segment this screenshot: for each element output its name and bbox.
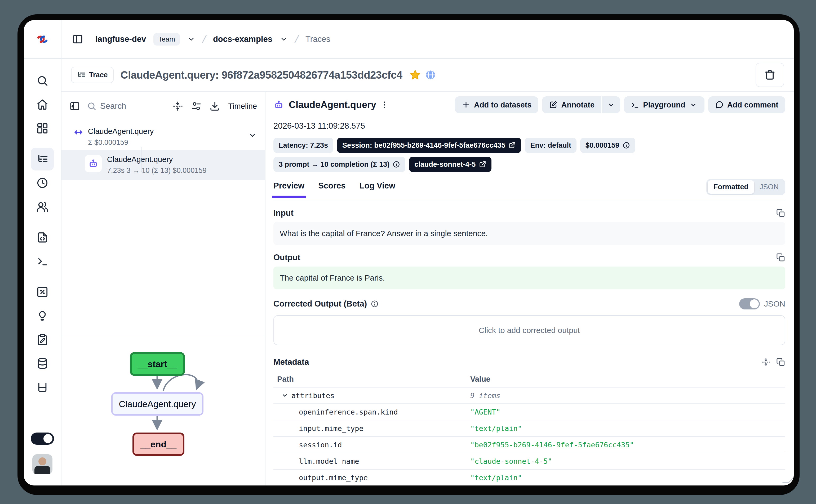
collapse-all-icon[interactable] — [761, 358, 770, 367]
input-label: Input — [274, 208, 294, 218]
graph-node-end[interactable]: __end__ — [132, 433, 184, 456]
timeline-toggle-label[interactable]: Timeline — [228, 102, 257, 111]
tab-log-view[interactable]: Log View — [360, 181, 396, 198]
org-name[interactable]: langfuse-dev — [95, 34, 146, 44]
trace-tree-panel: Timeline ClaudeAgent.query Σ $0.000159 — [61, 92, 266, 485]
plus-icon — [462, 101, 470, 109]
annotate-dropdown-button[interactable] — [602, 96, 620, 113]
graph-node-agent[interactable]: ClaudeAgent.query — [111, 392, 203, 416]
annotate-split-button: Annotate — [542, 96, 620, 113]
sessions-clock-icon[interactable] — [31, 172, 54, 194]
download-icon[interactable] — [210, 101, 220, 111]
json-option[interactable]: JSON — [754, 180, 784, 194]
breadcrumb-project[interactable]: docs-examples — [213, 34, 272, 44]
app-logo[interactable] — [24, 20, 61, 59]
collapse-chevron-down-icon[interactable] — [248, 131, 257, 140]
graph-node-start[interactable]: __start__ — [130, 352, 185, 376]
breadcrumb-section[interactable]: Traces — [306, 34, 330, 44]
playground-terminal-icon[interactable] — [31, 250, 54, 273]
value-column-header: Value — [470, 375, 490, 384]
metadata-label: Metadata — [274, 357, 309, 367]
observation-metrics: 7.23s 3 → 10 (Σ 13) $0.000159 — [107, 166, 207, 175]
dark-mode-toggle[interactable] — [31, 433, 54, 445]
dashboard-icon[interactable] — [31, 117, 54, 140]
output-content: The capital of France is Paris. — [274, 267, 785, 289]
display-settings-icon[interactable] — [191, 101, 201, 111]
search-nav-icon[interactable] — [31, 69, 54, 92]
copy-input-icon[interactable] — [776, 209, 785, 218]
search-input[interactable] — [100, 101, 156, 111]
input-section-header: Input — [274, 208, 785, 218]
sidebar-bottom — [24, 433, 61, 485]
prompts-file-icon[interactable] — [31, 226, 54, 249]
session-badge[interactable]: Session: be02f955-b269-4146-9fef-5fae676… — [337, 138, 521, 153]
breadcrumb-divider: / — [201, 33, 207, 45]
copy-metadata-icon[interactable] — [776, 358, 785, 367]
tree-row-trace[interactable]: ClaudeAgent.query Σ $0.000159 — [61, 121, 265, 150]
team-badge: Team — [153, 33, 180, 46]
collapse-panel-icon[interactable] — [69, 101, 80, 111]
agent-robot-icon — [85, 155, 102, 172]
storage-container-icon[interactable] — [31, 376, 54, 399]
token-usage-badge[interactable]: 3 prompt → 10 completion (Σ 13) — [274, 157, 405, 172]
delete-trace-button[interactable] — [756, 63, 784, 87]
traces-icon[interactable] — [31, 148, 54, 170]
metadata-row: llm.model_name "claude-sonnet-4-5" — [274, 453, 785, 469]
corrected-output-label: Corrected Output (Beta) — [274, 299, 367, 309]
tree-guide-line — [141, 147, 149, 173]
external-link-icon — [508, 142, 516, 149]
breadcrumb-divider: / — [294, 33, 299, 45]
tab-scores[interactable]: Scores — [318, 181, 346, 198]
public-globe-icon[interactable] — [425, 69, 436, 81]
tree-row-observation-selected[interactable]: ClaudeAgent.query 7.23s 3 → 10 (Σ 13) $0… — [61, 150, 265, 180]
trash-icon — [764, 69, 775, 80]
corrected-json-toggle[interactable] — [739, 298, 760, 309]
project-chevron-down-icon[interactable] — [280, 35, 288, 43]
evaluators-icon[interactable] — [31, 281, 54, 303]
cost-badge[interactable]: $0.000159 — [580, 138, 635, 153]
corrected-json-label: JSON — [764, 299, 785, 308]
corrected-output-placeholder[interactable]: Click to add corrected output — [274, 315, 785, 345]
more-options-icon[interactable] — [380, 100, 389, 109]
chevron-down-icon — [281, 392, 288, 399]
corrected-output-header: Corrected Output (Beta) JSON — [274, 298, 785, 309]
info-icon[interactable] — [371, 300, 379, 308]
copy-output-icon[interactable] — [776, 253, 785, 262]
playground-button[interactable]: Playground — [624, 96, 705, 113]
add-to-datasets-button[interactable]: Add to datasets — [455, 96, 539, 113]
user-avatar[interactable] — [32, 454, 52, 474]
action-buttons: Add to datasets Annotate — [455, 96, 785, 113]
metadata-row: session.id "be02f955-b269-4146-9fef-5fae… — [274, 436, 785, 453]
observation-name: ClaudeAgent.query — [289, 99, 376, 110]
observation-title: ClaudeAgent.query — [107, 155, 207, 164]
terminal-icon — [631, 101, 639, 109]
model-badge[interactable]: claude-sonnet-4-5 — [409, 157, 491, 172]
path-column-header: Path — [274, 375, 470, 384]
datasets-database-icon[interactable] — [31, 352, 54, 375]
external-link-icon — [479, 161, 486, 168]
app-window: langfuse-dev Team / docs-examples / Trac… — [24, 20, 794, 485]
tab-preview[interactable]: Preview — [274, 181, 304, 198]
trace-type-badge: Trace — [71, 67, 114, 83]
collapse-all-icon[interactable] — [172, 101, 183, 111]
metadata-table-header: Path Value — [274, 371, 785, 387]
home-icon[interactable] — [31, 93, 54, 116]
detail-header: ClaudeAgent.query Add to datasets — [274, 96, 785, 113]
metadata-row-group[interactable]: attributes 9 items — [274, 387, 785, 403]
org-chevron-down-icon[interactable] — [187, 35, 195, 43]
annotate-button[interactable]: Annotate — [542, 96, 601, 113]
trace-span-icon — [73, 127, 84, 138]
insights-lightbulb-icon[interactable] — [31, 304, 54, 327]
bookmark-star-icon[interactable] — [409, 69, 421, 81]
trace-node-cost: Σ $0.000159 — [88, 138, 154, 147]
badge-row: Latency: 7.23s Session: be02f955-b269-41… — [274, 138, 697, 172]
formatted-option[interactable]: Formatted — [708, 180, 754, 194]
users-icon[interactable] — [31, 195, 54, 218]
chevron-down-icon — [689, 101, 698, 109]
annotation-clipboard-icon[interactable] — [31, 328, 54, 351]
add-comment-button[interactable]: Add comment — [708, 96, 785, 113]
latency-badge: Latency: 7.23s — [274, 138, 333, 153]
metadata-header: Metadata — [274, 357, 785, 367]
output-label: Output — [274, 253, 301, 262]
sidebar-toggle-icon[interactable] — [72, 34, 83, 45]
